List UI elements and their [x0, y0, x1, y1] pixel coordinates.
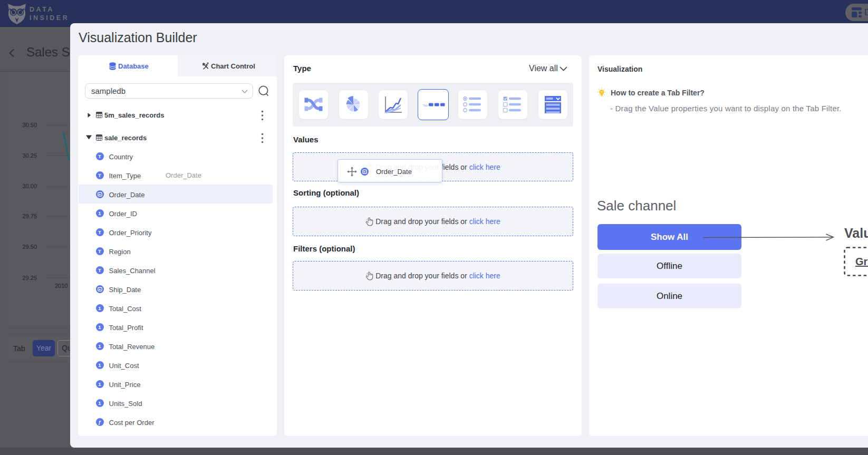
svg-text:Tab: Tab	[422, 103, 428, 107]
